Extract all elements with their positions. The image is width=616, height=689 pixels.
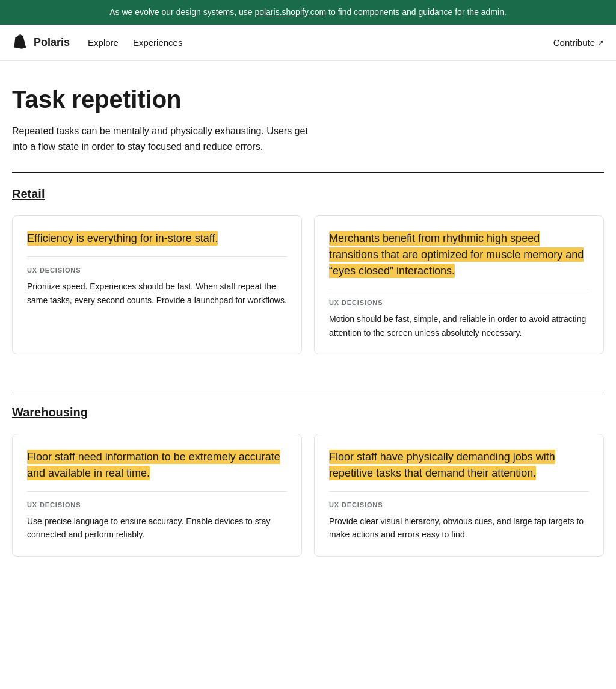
announcement-suffix: to find components and guidance for the … [326,7,507,17]
external-link-icon: ↗ [598,39,604,47]
warehousing-card-1-divider [27,491,287,492]
page-title: Task repetition [12,85,604,114]
page-description: Repeated tasks can be mentally and physi… [12,123,313,154]
warehousing-card-1-body: Use precise language to ensure accuracy.… [27,514,287,542]
retail-card-2-body: Motion should be fast, simple, and relia… [329,312,589,339]
retail-divider [12,172,604,173]
retail-card-2: Merchants benefit from rhythmic high spe… [314,215,604,354]
warehousing-card-2-body: Provide clear visual hierarchy, obvious … [329,514,589,542]
announcement-link[interactable]: polaris.shopify.com [254,7,326,17]
retail-card-1: Efficiency is everything for in-store st… [12,215,302,354]
nav-explore[interactable]: Explore [88,35,119,50]
navigation: Polaris Explore Experiences Contribute ↗ [0,25,616,61]
warehousing-card-2: Floor staff have physically demanding jo… [314,434,604,557]
retail-card-2-quote: Merchants benefit from rhythmic high spe… [329,230,589,279]
retail-card-1-quote: Efficiency is everything for in-store st… [27,230,287,247]
warehousing-card-1-quote: Floor staff need information to be extre… [27,449,287,481]
retail-card-2-highlight: Merchants benefit from rhythmic high spe… [329,231,584,278]
retail-card-1-label: UX DECISIONS [27,267,287,274]
retail-cards-grid: Efficiency is everything for in-store st… [12,215,604,354]
retail-section-title[interactable]: Retail [12,187,604,201]
retail-card-2-label: UX DECISIONS [329,299,589,306]
warehousing-card-1-highlight: Floor staff need information to be extre… [27,450,280,480]
shopify-logo-icon [12,34,29,51]
warehousing-card-1-label: UX DECISIONS [27,501,287,508]
warehousing-card-2-highlight: Floor staff have physically demanding jo… [329,450,555,480]
warehousing-section-title[interactable]: Warehousing [12,406,604,419]
nav-experiences[interactable]: Experiences [133,35,183,50]
warehousing-card-2-label: UX DECISIONS [329,501,589,508]
warehousing-cards-grid: Floor staff need information to be extre… [12,434,604,557]
warehousing-card-2-quote: Floor staff have physically demanding jo… [329,449,589,481]
retail-card-1-body: Prioritize speed. Experiences should be … [27,280,287,307]
warehousing-card-2-divider [329,491,589,492]
brand-logo-link[interactable]: Polaris [12,34,70,51]
contribute-link[interactable]: Contribute ↗ [553,37,604,48]
warehousing-card-1: Floor staff need information to be extre… [12,434,302,557]
brand-name: Polaris [34,36,70,49]
contribute-label: Contribute [553,37,595,48]
retail-card-2-divider [329,289,589,289]
announcement-prefix: As we evolve our design systems, use [109,7,254,17]
warehousing-divider [12,391,604,391]
nav-links: Explore Experiences [88,35,553,50]
retail-card-1-divider [27,256,287,257]
main-content: Task repetition Repeated tasks can be me… [0,61,616,617]
announcement-banner: As we evolve our design systems, use pol… [0,0,616,25]
retail-card-1-highlight: Efficiency is everything for in-store st… [27,231,218,246]
